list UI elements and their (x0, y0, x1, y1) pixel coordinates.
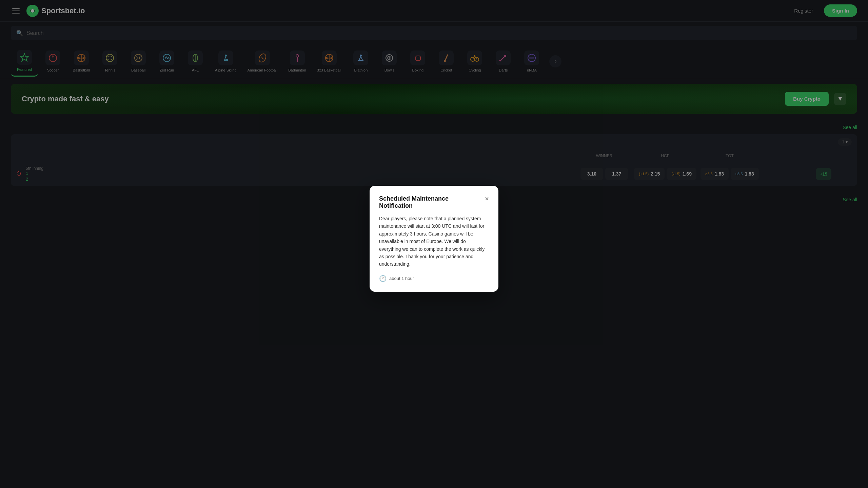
modal-time: about 1 hour (389, 276, 414, 281)
modal-title: Scheduled Maintenance Notification (379, 195, 474, 209)
modal-footer: 🕐 about 1 hour (379, 275, 489, 282)
clock-icon: 🕐 (379, 275, 387, 282)
modal-body: Dear players, please note that a planned… (379, 215, 489, 268)
modal-close-button[interactable]: × (485, 195, 489, 202)
maintenance-modal: Scheduled Maintenance Notification × Dea… (370, 186, 498, 292)
modal-header: Scheduled Maintenance Notification × (379, 195, 489, 209)
